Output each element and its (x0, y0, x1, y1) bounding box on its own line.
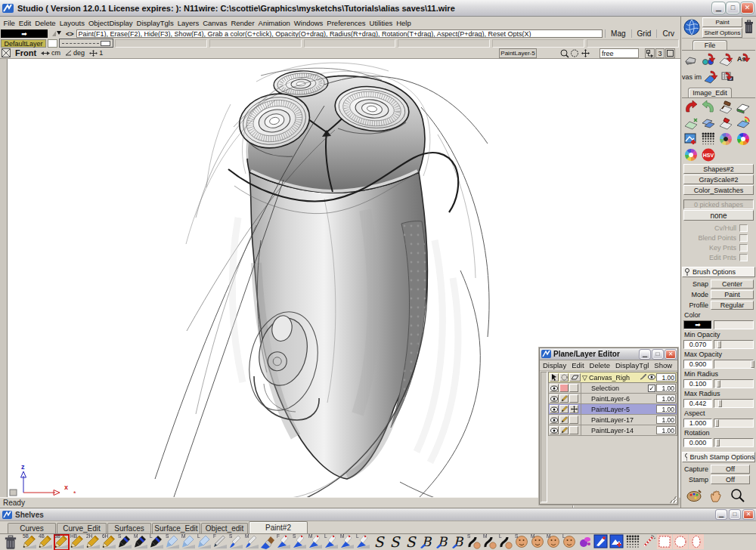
shelf-tool-wedge-L-19[interactable]: L (324, 534, 339, 550)
brush-options-header[interactable]: Brush Options (682, 267, 755, 277)
pencil-icon[interactable] (559, 405, 569, 413)
shelf-tool-letterS-23[interactable]: S (387, 534, 403, 550)
layer-color-swatch[interactable] (48, 39, 57, 48)
stamp-capture-button[interactable]: Off (711, 465, 750, 474)
aspect-slider[interactable] (714, 419, 754, 428)
shelf-tool-letterS-24[interactable]: S (403, 534, 419, 550)
plane-layer-editor-titlebar[interactable]: Plane/Layer Editor ▁ □ ✕ (540, 348, 677, 360)
swatch-icon[interactable] (559, 384, 569, 392)
layer-row-paintlayer-14[interactable]: PaintLayer-141.00 (548, 425, 677, 436)
current-tool-indicator[interactable]: ➡ (1, 29, 48, 38)
shelf-tool-bluesq2-37[interactable] (609, 534, 625, 550)
viewport-zoom-icons[interactable] (559, 48, 591, 58)
editor-resize-grip[interactable] (669, 496, 677, 503)
tool-dropdown[interactable] (50, 29, 64, 38)
layer-row-paintlayer-6[interactable]: PaintLayer-61.00 (548, 394, 677, 404)
menu-edit[interactable]: Edit (17, 18, 33, 28)
shelf-tab-object-edit[interactable]: Object_edit (201, 523, 248, 533)
brush-snap-button[interactable]: Center (711, 280, 754, 289)
viewport-corner-arrow-icon[interactable] (645, 48, 655, 58)
shelf-tool-dots-38[interactable] (625, 534, 641, 550)
shelf-tool-letterB-25[interactable]: B (419, 534, 435, 550)
prompt-grid-button[interactable]: Grid (631, 29, 657, 38)
shelf-tool-pencil-2H-4[interactable]: 2H (85, 534, 101, 550)
shelf-tool-wedge-L-21[interactable]: L (355, 534, 371, 550)
layer-opacity[interactable]: 1.00 (656, 405, 676, 413)
layer-opacity[interactable]: 1.00 (656, 384, 676, 392)
layer-row-selection[interactable]: Selection✓1.00 (548, 383, 677, 394)
undo-stroke-icon[interactable] (682, 99, 699, 115)
open-canvas-icon[interactable] (682, 51, 699, 67)
hsv-picker-icon[interactable]: HSV (699, 147, 717, 162)
default-layer-button[interactable]: DefaultLayer (1, 39, 46, 48)
shelf-tool-splat-35[interactable] (578, 534, 593, 550)
layer-name[interactable]: PaintLayer-14 (581, 425, 655, 435)
editor-menu-delete[interactable]: Delete (590, 361, 610, 369)
empty-icon[interactable] (569, 394, 578, 403)
menu-file[interactable]: File (2, 18, 17, 28)
brush-icon[interactable] (640, 373, 647, 382)
shelf-trash-icon[interactable] (2, 534, 22, 550)
min-radius-slider[interactable] (714, 379, 754, 388)
min-radius-value[interactable]: 0.100 (683, 379, 712, 388)
active-paint-layer[interactable]: PaintLayer-5 (499, 48, 537, 58)
layer-name[interactable]: PaintLayer-6 (581, 394, 655, 403)
color-wheel-bright-icon[interactable] (734, 131, 751, 147)
layer-name[interactable]: PaintLayer-17 (581, 415, 655, 425)
expand-caret[interactable]: ▽ (581, 374, 588, 382)
eye-icon[interactable] (648, 374, 655, 382)
halftone-icon[interactable] (699, 131, 717, 147)
menu-windows[interactable]: Windows (292, 18, 325, 28)
max-opacity-value[interactable]: 0.900 (683, 360, 712, 369)
editor-menu-edit[interactable]: Edit (572, 361, 584, 369)
shelf-tool-markerBlue-L-11[interactable]: L (197, 534, 212, 550)
circle-select-icon[interactable] (559, 373, 569, 382)
duplicate-layer-icon[interactable] (699, 115, 717, 131)
tab-file[interactable]: File (692, 40, 727, 50)
paint-roller-icon[interactable] (717, 99, 734, 115)
shelf-tool-marqSq-40[interactable] (657, 534, 673, 550)
layer-row-paintlayer-5[interactable]: PaintLayer-51.00 (548, 404, 677, 415)
move-icon[interactable] (569, 405, 578, 413)
shelf-tool-hook-M-29[interactable]: M (482, 534, 498, 550)
menu-delete[interactable]: Delete (33, 18, 57, 28)
shelf-tool-wedge-S-17[interactable]: S (292, 534, 308, 550)
paint-canvas-icon[interactable] (702, 69, 719, 85)
shelf-tool-face-M-33[interactable]: M (546, 534, 562, 550)
brush-color-swatch[interactable]: ➡ (683, 320, 712, 329)
max-opacity-slider[interactable] (714, 360, 754, 369)
shelf-tool-markerBlue-M-10[interactable]: M (181, 534, 197, 550)
hand-icon[interactable] (708, 488, 723, 505)
empty-icon[interactable] (569, 426, 578, 434)
canvas-row[interactable]: ▽Canvas_Righ1.00 (548, 372, 677, 383)
editor-minimize-button[interactable]: ▁ (640, 350, 650, 359)
eye-icon[interactable] (550, 416, 559, 424)
minimize-button[interactable]: ▁ (712, 2, 725, 14)
shelf-button-shapes-2[interactable]: Shapes#2 (683, 164, 754, 174)
color-wheel-dark-icon[interactable] (717, 131, 734, 147)
shelf-button-grayscale-2[interactable]: GrayScale#2 (683, 175, 754, 184)
shelf-tool-face-S-31[interactable]: S (514, 534, 530, 550)
viewport-name[interactable]: Front (15, 48, 36, 57)
shelf-tab-paint-2[interactable]: Paint#2 (249, 521, 308, 533)
editor-scrollbar[interactable] (541, 372, 547, 502)
none-button[interactable]: none (683, 210, 754, 221)
shelf-tool-pencil-6H-5[interactable]: 6H (101, 534, 117, 550)
layer-opacity[interactable]: 1.00 (656, 394, 676, 403)
menu-canvas[interactable]: Canvas (201, 18, 229, 28)
plane-icon[interactable] (569, 373, 581, 382)
shelf-tool-letterB-27[interactable]: B (451, 534, 466, 550)
shelf-tool-markerBlue-S-9[interactable]: S (165, 534, 181, 550)
brush-profile-button[interactable]: Regular (711, 301, 754, 310)
editor-menu-show[interactable]: Show (654, 361, 672, 369)
menu-help[interactable]: Help (395, 18, 414, 28)
editor-menu-display[interactable]: Display (543, 361, 566, 369)
menu-layouts[interactable]: Layouts (57, 18, 86, 28)
prompt-mag-button[interactable]: Mag (605, 29, 631, 38)
menu-objectdisplay[interactable]: ObjectDisplay (86, 18, 135, 28)
shelf-tool-letterS-22[interactable]: S (371, 534, 387, 550)
layer-opacity[interactable]: 1.00 (656, 426, 676, 434)
shelf-tool-hook-L-30[interactable]: L (498, 534, 514, 550)
shelf-tool-marqEll-42[interactable] (689, 534, 705, 550)
maximize-button[interactable]: □ (727, 2, 739, 14)
